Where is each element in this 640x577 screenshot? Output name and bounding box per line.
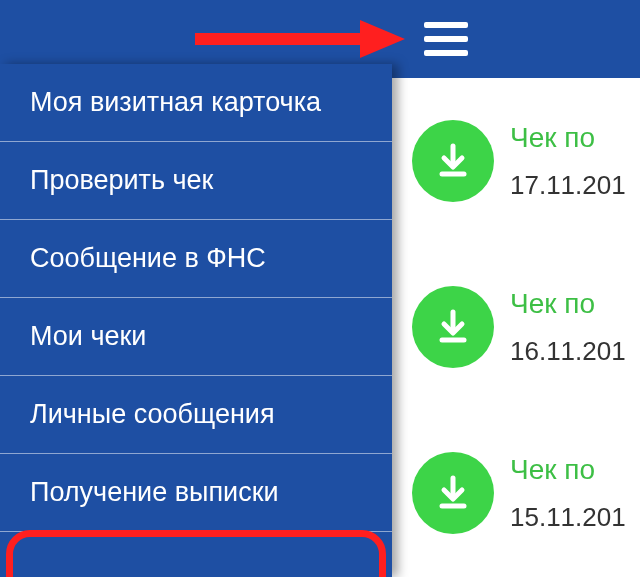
sidebar-item-label: Сообщение в ФНС — [30, 243, 266, 274]
list-item[interactable]: Чек по 16.11.201 — [392, 244, 640, 410]
hamburger-icon — [424, 36, 468, 42]
sidebar-item-business-card[interactable]: Моя визитная карточка — [0, 64, 392, 142]
list-item[interactable]: Чек по 15.11.201 — [392, 410, 640, 576]
sidebar-item-label: Личные сообщения — [30, 399, 275, 430]
sidebar-item-message-fns[interactable]: Сообщение в ФНС — [0, 220, 392, 298]
app-screen: Чек по 17.11.201 Чек по 16.11.201 — [0, 0, 640, 577]
annotation-highlight-icon — [6, 530, 386, 577]
sidebar-item-my-receipts[interactable]: Мои чеки — [0, 298, 392, 376]
download-icon — [412, 452, 494, 534]
receipt-date: 16.11.201 — [510, 336, 626, 367]
annotation-arrow-icon — [195, 16, 405, 62]
receipt-date: 15.11.201 — [510, 502, 626, 533]
receipt-list: Чек по 17.11.201 Чек по 16.11.201 — [392, 78, 640, 577]
hamburger-menu-button[interactable] — [424, 22, 468, 56]
sidebar-item-check-receipt[interactable]: Проверить чек — [0, 142, 392, 220]
receipt-title: Чек по — [510, 454, 595, 486]
receipt-date: 17.11.201 — [510, 170, 626, 201]
sidebar-item-label: Моя визитная карточка — [30, 87, 321, 118]
sidebar-item-personal-messages[interactable]: Личные сообщения — [0, 376, 392, 454]
download-icon — [412, 286, 494, 368]
sidebar-item-get-statement[interactable]: Получение выписки — [0, 454, 392, 532]
hamburger-icon — [424, 22, 468, 28]
sidebar-item-label: Получение выписки — [30, 477, 279, 508]
hamburger-icon — [424, 50, 468, 56]
receipt-title: Чек по — [510, 288, 595, 320]
list-item[interactable]: Чек по 17.11.201 — [392, 78, 640, 244]
receipt-title: Чек по — [510, 122, 595, 154]
svg-marker-1 — [360, 20, 405, 58]
download-icon — [412, 120, 494, 202]
sidebar-menu: Моя визитная карточка Проверить чек Сооб… — [0, 64, 392, 577]
sidebar-item-label: Мои чеки — [30, 321, 146, 352]
sidebar-item-label: Проверить чек — [30, 165, 213, 196]
